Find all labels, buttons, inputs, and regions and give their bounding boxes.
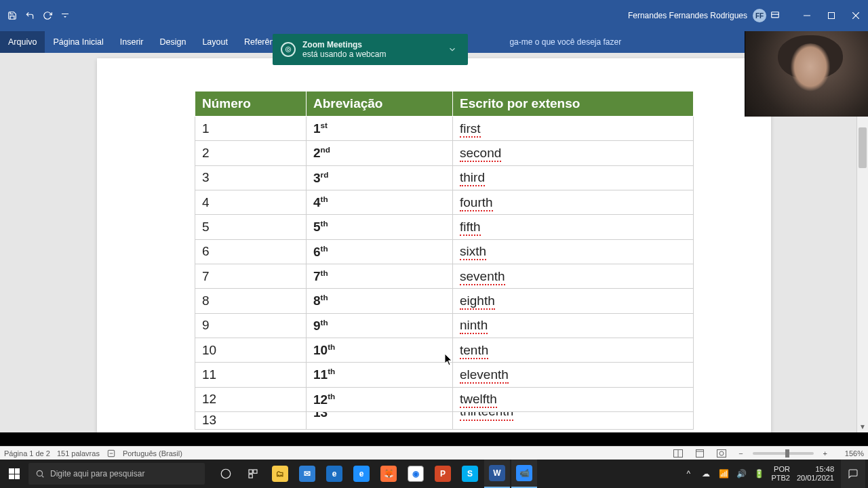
cell-abreviacao[interactable]: 11th	[307, 363, 453, 387]
cell-extenso[interactable]: second	[453, 141, 694, 165]
scroll-thumb[interactable]	[859, 127, 867, 168]
cell-extenso[interactable]: thirteenth	[453, 411, 694, 429]
zoom-in-button[interactable]: +	[821, 449, 830, 458]
tray-date: 20/01/2021	[797, 474, 834, 483]
tab-layout[interactable]: Layout	[194, 31, 236, 53]
action-center-button[interactable]	[841, 460, 865, 488]
cell-numero[interactable]: 7	[195, 264, 307, 288]
word-text: fifth	[460, 220, 481, 236]
word-app[interactable]: W	[484, 460, 510, 488]
ribbon-display-icon[interactable]	[770, 11, 795, 20]
status-page[interactable]: Página 1 de 2	[4, 449, 50, 458]
cell-abreviacao[interactable]: 5th	[307, 215, 453, 239]
save-icon[interactable]	[7, 10, 18, 21]
zoom-webcam-banner[interactable]: Zoom Meetings está usando a webcam	[273, 34, 468, 65]
cell-numero[interactable]: 10	[195, 338, 307, 362]
cell-numero[interactable]: 3	[195, 165, 307, 190]
cell-numero[interactable]: 6	[195, 239, 307, 264]
cell-abreviacao[interactable]: 13th	[307, 411, 453, 429]
cell-extenso[interactable]: eleventh	[453, 363, 694, 387]
file-explorer-app[interactable]: 🗂	[267, 460, 293, 488]
ie-app[interactable]: e	[349, 460, 374, 488]
start-button[interactable]	[0, 460, 28, 488]
cell-extenso[interactable]: eighth	[453, 289, 694, 313]
zoom-slider[interactable]	[753, 452, 814, 455]
chrome-app[interactable]: ◉	[403, 460, 429, 488]
cell-abreviacao[interactable]: 12th	[307, 387, 453, 411]
cell-numero[interactable]: 13	[195, 411, 307, 429]
status-language[interactable]: Português (Brasil)	[123, 449, 182, 458]
cell-abreviacao[interactable]: 4th	[307, 190, 453, 214]
tray-onedrive-icon[interactable]: ☁	[701, 468, 711, 479]
tab-inserir[interactable]: Inserir	[112, 31, 152, 53]
cell-abreviacao[interactable]: 2nd	[307, 141, 453, 165]
account-box[interactable]: Fernandes Fernandes Rodrigues FF	[628, 9, 766, 22]
tray-language[interactable]: POR PTB2	[771, 465, 790, 482]
tray-chevron-icon[interactable]: ^	[683, 468, 694, 479]
cell-abreviacao[interactable]: 8th	[307, 289, 453, 313]
cell-numero[interactable]: 8	[195, 289, 307, 313]
task-view-button[interactable]	[213, 460, 239, 488]
svg-point-15	[221, 469, 231, 479]
cell-abreviacao[interactable]: 1st	[307, 117, 453, 141]
cell-abreviacao[interactable]: 6th	[307, 239, 453, 264]
zoom-slider-knob[interactable]	[785, 449, 789, 458]
cortana-button[interactable]	[240, 460, 266, 488]
cell-extenso[interactable]: first	[453, 117, 694, 141]
status-words[interactable]: 151 palavras	[57, 449, 100, 458]
tray-volume-icon[interactable]: 🔊	[736, 468, 747, 479]
cell-abreviacao[interactable]: 9th	[307, 313, 453, 338]
minimize-button[interactable]	[795, 0, 819, 31]
cell-extenso[interactable]: twelfth	[453, 387, 694, 411]
scroll-down-arrow[interactable]: ▼	[857, 421, 868, 432]
undo-icon[interactable]	[24, 10, 35, 21]
powerpoint-app[interactable]: P	[430, 460, 456, 488]
cell-numero[interactable]: 2	[195, 141, 307, 165]
cell-abreviacao[interactable]: 7th	[307, 264, 453, 288]
cell-numero[interactable]: 9	[195, 313, 307, 338]
cell-extenso[interactable]: fifth	[453, 215, 694, 239]
tab-pagina-inicial[interactable]: Página Inicial	[45, 31, 111, 53]
view-web-icon[interactable]	[714, 447, 729, 460]
zoom-out-button[interactable]: −	[736, 449, 745, 458]
view-print-icon[interactable]	[692, 447, 707, 460]
tell-me-hint[interactable]: ga-me o que você deseja fazer	[509, 37, 621, 47]
tab-arquivo[interactable]: Arquivo	[0, 31, 45, 53]
cell-numero[interactable]: 1	[195, 117, 307, 141]
system-tray: ^ ☁ 📶 🔊 🔋 POR PTB2 15:48 20/01/2021	[683, 460, 868, 488]
cell-numero[interactable]: 12	[195, 387, 307, 411]
cell-numero[interactable]: 11	[195, 363, 307, 387]
firefox-app[interactable]: 🦊	[376, 460, 401, 488]
zoom-percent[interactable]: 156%	[837, 449, 864, 458]
mail-app[interactable]: ✉	[294, 460, 320, 488]
close-button[interactable]	[844, 0, 868, 31]
tab-design[interactable]: Design	[151, 31, 194, 53]
view-read-icon[interactable]	[671, 447, 686, 460]
cell-extenso[interactable]: fourth	[453, 190, 694, 214]
chevron-down-icon[interactable]	[448, 45, 457, 54]
svg-rect-11	[717, 449, 726, 457]
document-page[interactable]: Número Abreviação Escrito por extenso 11…	[97, 58, 771, 432]
redo-icon[interactable]	[42, 10, 53, 21]
tray-battery-icon[interactable]: 🔋	[753, 468, 764, 479]
search-icon	[35, 469, 45, 479]
cell-numero[interactable]: 5	[195, 215, 307, 239]
cell-extenso[interactable]: ninth	[453, 313, 694, 338]
cell-abreviacao[interactable]: 3rd	[307, 165, 453, 190]
cell-numero[interactable]: 4	[195, 190, 307, 214]
cell-abreviacao[interactable]: 10th	[307, 338, 453, 362]
svg-point-19	[287, 48, 289, 50]
tray-network-icon[interactable]: 📶	[718, 468, 729, 479]
tray-clock[interactable]: 15:48 20/01/2021	[797, 465, 834, 482]
zoom-app[interactable]: 📹	[511, 460, 537, 488]
proofing-icon[interactable]	[106, 449, 116, 458]
skype-app[interactable]: S	[457, 460, 483, 488]
maximize-button[interactable]	[819, 0, 844, 31]
cell-extenso[interactable]: seventh	[453, 264, 694, 288]
cell-extenso[interactable]: third	[453, 165, 694, 190]
edge-app[interactable]: e	[321, 460, 347, 488]
cell-extenso[interactable]: sixth	[453, 239, 694, 264]
taskbar-search[interactable]: Digite aqui para pesquisar	[28, 463, 205, 485]
cell-extenso[interactable]: tenth	[453, 338, 694, 362]
qat-more-icon[interactable]	[60, 10, 71, 21]
